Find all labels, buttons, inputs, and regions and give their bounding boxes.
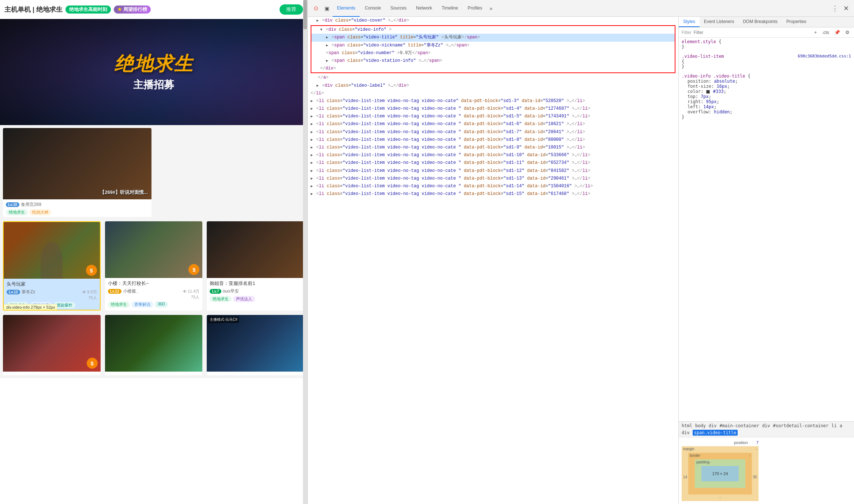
device-toggle-button[interactable]: ▣ xyxy=(322,3,332,14)
pin-button[interactable]: 📌 xyxy=(833,29,842,36)
dom-line-li-3[interactable]: ▶ <li class="video-list-item video-no-ta… xyxy=(308,97,678,105)
dom-line-li-6[interactable]: ▶ <li class="video-list-item video-no-ta… xyxy=(308,120,678,128)
hero-content: 绝地求生 主播招募 xyxy=(114,52,193,92)
dom-line-li-close[interactable]: </li> xyxy=(308,90,678,97)
dom-line-li-7[interactable]: ▶ <li class="video-list-item video-no-ta… xyxy=(308,128,678,136)
tab-properties[interactable]: Properties xyxy=(782,17,811,27)
dom-tree[interactable]: ▶ <div class="video-cover" >…</div> ▼ <d… xyxy=(308,17,678,504)
dom-line-li-10[interactable]: ▶ <li class="video-list-item video-no-ta… xyxy=(308,151,678,159)
expand-icon-4[interactable]: ▶ xyxy=(326,59,328,63)
game-tag[interactable]: 吃鸡大神 xyxy=(29,209,51,215)
expand-icon-2[interactable]: ▶ xyxy=(326,35,328,40)
dom-line-video-label[interactable]: ▶ <div class="video-label" >…</div> xyxy=(308,82,678,90)
bc-span-video-title[interactable]: span.video-title xyxy=(693,430,738,436)
css-prop-overflow[interactable]: overflow: hidden; xyxy=(682,109,851,114)
tag2-36d[interactable]: 36D xyxy=(155,301,168,308)
game-tag[interactable]: 绝地求生 xyxy=(6,209,28,215)
dom-line-li-11[interactable]: ▶ <li class="video-list-item video-no-ta… xyxy=(308,159,678,167)
dom-line-li-8[interactable]: ▶ <li class="video-list-item video-no-ta… xyxy=(308,136,678,144)
expand-icon-label[interactable]: ▶ xyxy=(316,84,319,88)
css-prop-top[interactable]: top: 7px; xyxy=(682,94,851,99)
dom-line-video-number[interactable]: <span class="video-number" >9.9万</span> xyxy=(311,49,675,57)
bc-a[interactable]: a xyxy=(840,423,842,428)
scrollbar-track[interactable] xyxy=(303,0,307,504)
expand-icon-3[interactable]: ▶ xyxy=(326,44,328,48)
dom-line-video-nickname[interactable]: ▶ <span class="video-nickname" title="寒冬… xyxy=(311,42,675,49)
dom-line-li-14[interactable]: ▶ <li class="video-list-item video-no-ta… xyxy=(308,183,678,190)
tab-console[interactable]: Console xyxy=(360,0,385,17)
expand-icon[interactable]: ▼ xyxy=(320,28,322,32)
dollar-badge-2: $ xyxy=(188,264,199,275)
bc-div3[interactable]: div xyxy=(682,430,690,435)
css-prop-color[interactable]: color: #333; xyxy=(682,89,851,94)
css-rule-selector-element[interactable]: element.style { xyxy=(682,39,851,44)
dom-line-div-close[interactable]: </div> xyxy=(311,65,675,72)
css-prop-right[interactable]: right: 95px; xyxy=(682,99,851,104)
video-card-5[interactable] xyxy=(105,315,203,375)
bc-sortdetail[interactable]: #sortdetail-container xyxy=(773,423,829,428)
dom-line-li-13[interactable]: ▶ <li class="video-list-item video-no-ta… xyxy=(308,175,678,183)
tab-dom-breakpoints[interactable]: DOM Breakpoints xyxy=(738,17,782,27)
css-rules-area[interactable]: element.style { } .video-list-item 690c3… xyxy=(679,38,854,421)
tag2-esport[interactable]: 赛事解说 xyxy=(131,301,153,308)
bc-div[interactable]: div xyxy=(709,423,717,428)
bc-html[interactable]: html xyxy=(682,423,692,428)
video-card-1[interactable]: $ 头号玩家 Lv.12 寒冬Zz 👁 9.9万 75人 xyxy=(3,221,101,311)
css-prop-position[interactable]: position: absolute; xyxy=(682,79,851,84)
bc-div2[interactable]: div xyxy=(762,423,770,428)
video-card-6[interactable]: 主播模式·玩马C# xyxy=(207,315,304,375)
styles-panel: Styles Event Listeners DOM Breakpoints P… xyxy=(678,17,854,504)
dom-line-station-info[interactable]: ▶ <span class="video-station-info" >…</s… xyxy=(311,57,675,65)
tab-elements[interactable]: Elements xyxy=(333,0,360,17)
tab-network[interactable]: Network xyxy=(412,0,437,17)
tag3-voice[interactable]: 声优达人 xyxy=(233,296,255,302)
bc-li[interactable]: li xyxy=(831,423,836,428)
author-name: 食用言269 xyxy=(21,202,41,208)
dom-line-li-9[interactable]: ▶ <li class="video-list-item video-no-ta… xyxy=(308,144,678,151)
devtools-panel: ⊙ ▣ Elements Console Sources Network Tim… xyxy=(307,0,854,504)
dom-line-li-5[interactable]: ▶ <li class="video-list-item video-no-ta… xyxy=(308,113,678,120)
css-selector-row[interactable]: .video-list-item 690c3683bbded5dd.css:1 xyxy=(682,54,851,59)
tab-profiles[interactable]: Profiles xyxy=(463,0,487,17)
tab-more[interactable]: » xyxy=(487,4,495,13)
bc-body[interactable]: body xyxy=(695,423,706,428)
add-style-button[interactable]: + xyxy=(813,29,819,36)
filter-input[interactable] xyxy=(694,30,810,35)
tab-styles[interactable]: Styles xyxy=(679,17,700,27)
scrollbar-thumb[interactable] xyxy=(303,0,307,29)
dom-line-li-15[interactable]: ▶ <li class="video-list-item video-no-ta… xyxy=(308,190,678,198)
css-selector-video-title-row[interactable]: .video-info .video-title { xyxy=(682,74,851,79)
video-card-4[interactable]: $ xyxy=(3,315,101,375)
dom-line-li-12[interactable]: ▶ <li class="video-list-item video-no-ta… xyxy=(308,167,678,175)
tag-ranking[interactable]: ★ 周望排行榜 xyxy=(114,5,151,14)
video-card-2[interactable]: $ 小楼：天天打校长~ Lv.12 小楼酱、 👁 11.4万 75人 绝地求 xyxy=(105,221,203,311)
dom-line-video-title[interactable]: ▶ <span class="video-title" title="头号玩家"… xyxy=(311,34,675,41)
video-card-3[interactable]: 御姐音：亚服排名前1 Lv.7 ouo早安 绝地求生 声优达人 xyxy=(207,221,304,311)
css-prop-left[interactable]: left: 14px; xyxy=(682,104,851,109)
collapse-icon[interactable]: ▶ xyxy=(316,19,319,23)
dom-line[interactable]: ▶ <div class="video-cover" >…</div> xyxy=(308,17,678,25)
refresh-button[interactable]: ⚙ xyxy=(844,29,851,36)
dom-line-li-4[interactable]: ▶ <li class="video-list-item video-no-ta… xyxy=(308,105,678,113)
devtools-close-button[interactable]: ✕ xyxy=(841,3,851,14)
tab-event-listeners[interactable]: Event Listeners xyxy=(700,17,739,27)
tag-row: 绝地求生 吃鸡大神 xyxy=(6,209,149,215)
video-card-featured[interactable]: 【269#】听说对面慌... Lv.10 食用言269 绝地求生 吃鸡大神 xyxy=(3,128,151,217)
styles-tabs: Styles Event Listeners DOM Breakpoints P… xyxy=(679,17,854,27)
tag-high-energy[interactable]: 绝地求生高能时刻 xyxy=(65,5,111,14)
recommend-button[interactable]: 推荐 xyxy=(280,4,303,15)
tab-timeline[interactable]: Timeline xyxy=(437,0,462,17)
toggle-color-format-button[interactable]: .cls xyxy=(821,29,831,36)
tag3-pubg[interactable]: 绝地求生 xyxy=(210,296,232,302)
bc-main-container[interactable]: #main-container xyxy=(720,423,759,428)
devtools-more-button[interactable]: ⋮ xyxy=(830,3,840,14)
dom-line-video-info[interactable]: ▼ <div class="video-info" > xyxy=(311,26,675,34)
inspect-element-button[interactable]: ⊙ xyxy=(311,3,321,14)
video-thumbnail-3 xyxy=(207,221,304,278)
css-rule-element-style: element.style { } xyxy=(682,39,851,49)
bm-right-val: 95 xyxy=(753,475,757,479)
css-prop-fontsize[interactable]: font-size: 16px; xyxy=(682,84,851,89)
tab-sources[interactable]: Sources xyxy=(386,0,411,17)
dom-line-a-close[interactable]: </a> xyxy=(308,74,678,82)
tag2-pubg[interactable]: 绝地求生 xyxy=(108,301,130,308)
